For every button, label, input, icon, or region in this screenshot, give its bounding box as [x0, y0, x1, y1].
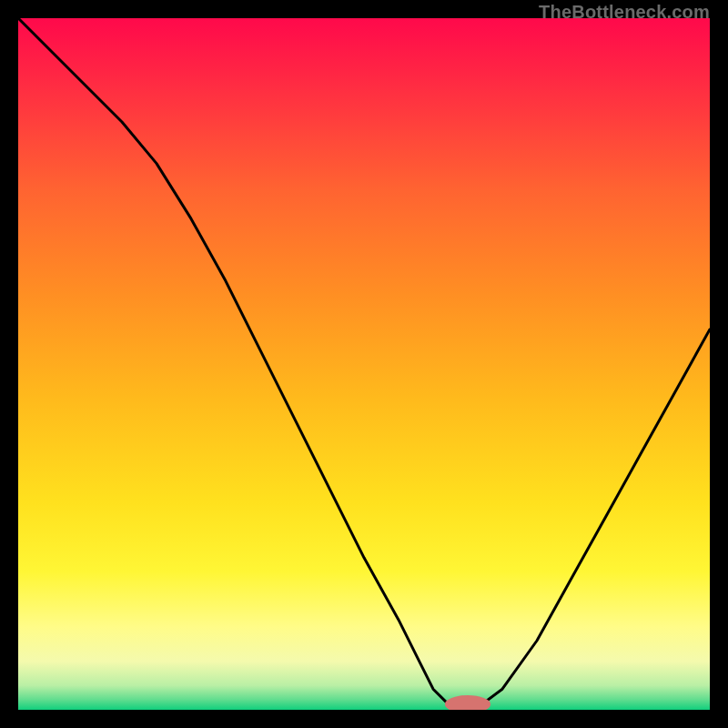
watermark-label: TheBottleneck.com: [539, 2, 710, 23]
chart-svg: [18, 18, 710, 710]
chart-frame: TheBottleneck.com: [0, 0, 728, 728]
chart-plot-area: [18, 18, 710, 710]
